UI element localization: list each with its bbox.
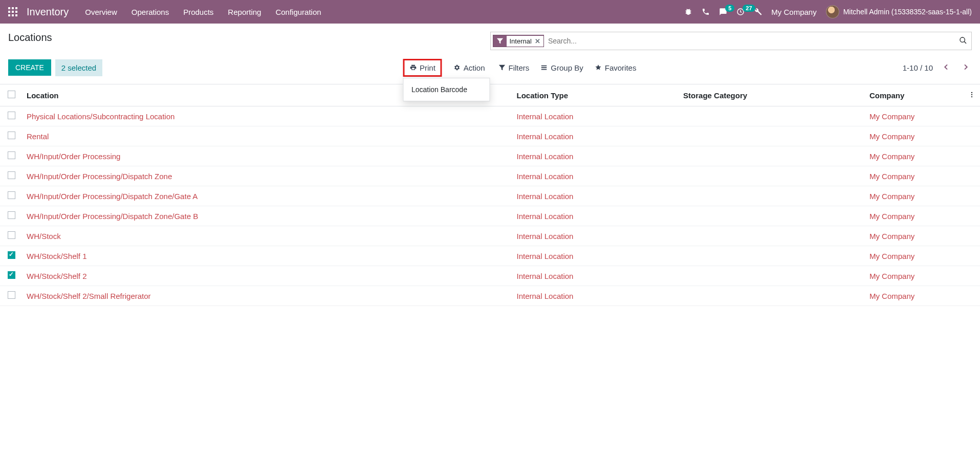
pager-prev[interactable] bbox=[940, 61, 952, 75]
row-checkbox[interactable] bbox=[8, 291, 15, 299]
cell-location[interactable]: WH/Input/Order Processing/Dispatch Zone/… bbox=[23, 186, 513, 206]
cell-type[interactable]: Internal Location bbox=[513, 126, 680, 146]
nav-overview[interactable]: Overview bbox=[85, 8, 117, 16]
table-row[interactable]: WH/Input/Order Processing/Dispatch ZoneI… bbox=[0, 166, 980, 186]
nav-reporting[interactable]: Reporting bbox=[228, 8, 261, 16]
cell-company[interactable]: My Company bbox=[865, 266, 964, 286]
favorites-button[interactable]: Favorites bbox=[595, 63, 637, 72]
search-bar[interactable]: Internal ✕ bbox=[490, 32, 972, 50]
table-row[interactable]: WH/Input/Order Processing/Dispatch Zone/… bbox=[0, 186, 980, 206]
row-checkbox[interactable] bbox=[8, 231, 15, 239]
table-row[interactable]: WH/Input/Order ProcessingInternal Locati… bbox=[0, 146, 980, 166]
cell-company[interactable]: My Company bbox=[865, 186, 964, 206]
cell-storage[interactable] bbox=[679, 206, 865, 226]
table-row[interactable]: WH/StockInternal LocationMy Company bbox=[0, 226, 980, 246]
cell-storage[interactable] bbox=[679, 166, 865, 186]
cell-company[interactable]: My Company bbox=[865, 166, 964, 186]
tools-icon[interactable] bbox=[754, 8, 762, 16]
row-checkbox[interactable] bbox=[8, 191, 15, 199]
pager-range[interactable]: 1-10 / 10 bbox=[903, 63, 933, 72]
cell-type[interactable]: Internal Location bbox=[513, 106, 680, 126]
cell-location[interactable]: WH/Stock/Shelf 2/Small Refrigerator bbox=[23, 286, 513, 306]
row-checkbox[interactable] bbox=[8, 251, 15, 259]
svg-point-10 bbox=[960, 37, 965, 42]
select-all-checkbox[interactable] bbox=[8, 91, 15, 98]
row-checkbox[interactable] bbox=[8, 112, 15, 119]
row-checkbox[interactable] bbox=[8, 271, 15, 279]
company-selector[interactable]: My Company bbox=[771, 8, 816, 16]
nav-operations[interactable]: Operations bbox=[132, 8, 169, 16]
header-company[interactable]: Company bbox=[865, 84, 964, 106]
cell-company[interactable]: My Company bbox=[865, 226, 964, 246]
bug-icon[interactable] bbox=[684, 8, 692, 16]
create-button[interactable]: Create bbox=[8, 59, 51, 76]
selection-count[interactable]: 2 selected bbox=[55, 59, 102, 76]
cell-storage[interactable] bbox=[679, 186, 865, 206]
cell-type[interactable]: Internal Location bbox=[513, 206, 680, 226]
row-checkbox[interactable] bbox=[8, 171, 15, 179]
messages-icon[interactable]: 5 bbox=[719, 8, 727, 16]
nav-products[interactable]: Products bbox=[183, 8, 213, 16]
cell-type[interactable]: Internal Location bbox=[513, 266, 680, 286]
groupby-label: Group By bbox=[551, 63, 583, 72]
phone-icon[interactable] bbox=[702, 8, 710, 16]
row-checkbox[interactable] bbox=[8, 211, 15, 219]
cell-storage[interactable] bbox=[679, 286, 865, 306]
facet-remove[interactable]: ✕ bbox=[535, 37, 540, 45]
cell-location[interactable]: Physical Locations/Subcontracting Locati… bbox=[23, 106, 513, 126]
print-item-location-barcode[interactable]: Location Barcode bbox=[403, 81, 489, 98]
cell-type[interactable]: Internal Location bbox=[513, 226, 680, 246]
row-checkbox[interactable] bbox=[8, 151, 15, 159]
print-dropdown-menu: Location Barcode bbox=[403, 78, 490, 101]
cell-location[interactable]: WH/Input/Order Processing/Dispatch Zone bbox=[23, 166, 513, 186]
cell-company[interactable]: My Company bbox=[865, 246, 964, 266]
table-row[interactable]: WH/Stock/Shelf 2Internal LocationMy Comp… bbox=[0, 266, 980, 286]
cell-type[interactable]: Internal Location bbox=[513, 286, 680, 306]
header-options[interactable] bbox=[964, 84, 980, 106]
groupby-button[interactable]: Group By bbox=[540, 63, 583, 72]
cell-type[interactable]: Internal Location bbox=[513, 246, 680, 266]
cell-company[interactable]: My Company bbox=[865, 206, 964, 226]
header-checkbox-cell bbox=[0, 84, 23, 106]
cell-location[interactable]: WH/Input/Order Processing/Dispatch Zone/… bbox=[23, 206, 513, 226]
cell-storage[interactable] bbox=[679, 226, 865, 246]
cell-company[interactable]: My Company bbox=[865, 106, 964, 126]
header-storage[interactable]: Storage Category bbox=[679, 84, 865, 106]
cell-type[interactable]: Internal Location bbox=[513, 146, 680, 166]
app-brand[interactable]: Inventory bbox=[27, 6, 69, 18]
nav-configuration[interactable]: Configuration bbox=[275, 8, 321, 16]
print-button[interactable]: Print bbox=[403, 59, 442, 77]
cell-company[interactable]: My Company bbox=[865, 146, 964, 166]
cell-location[interactable]: Rental bbox=[23, 126, 513, 146]
cell-storage[interactable] bbox=[679, 106, 865, 126]
cell-storage[interactable] bbox=[679, 266, 865, 286]
cell-company[interactable]: My Company bbox=[865, 126, 964, 146]
apps-icon[interactable] bbox=[8, 7, 17, 16]
cell-location[interactable]: WH/Stock bbox=[23, 226, 513, 246]
cell-location[interactable]: WH/Stock/Shelf 1 bbox=[23, 246, 513, 266]
user-menu[interactable]: Mitchell Admin (15338352-saas-15-1-all) bbox=[826, 5, 972, 18]
table-row[interactable]: Physical Locations/Subcontracting Locati… bbox=[0, 106, 980, 126]
row-checkbox[interactable] bbox=[8, 132, 15, 139]
cell-storage[interactable] bbox=[679, 126, 865, 146]
cell-location[interactable]: WH/Input/Order Processing bbox=[23, 146, 513, 166]
cell-type[interactable]: Internal Location bbox=[513, 186, 680, 206]
action-button[interactable]: Action bbox=[448, 60, 490, 75]
search-icon[interactable] bbox=[959, 36, 967, 46]
pager-next[interactable] bbox=[960, 61, 972, 75]
cell-storage[interactable] bbox=[679, 146, 865, 166]
header-type[interactable]: Location Type bbox=[513, 84, 680, 106]
cell-type[interactable]: Internal Location bbox=[513, 166, 680, 186]
cell-company[interactable]: My Company bbox=[865, 286, 964, 306]
search-input[interactable] bbox=[548, 37, 955, 45]
activities-icon[interactable]: 27 bbox=[736, 8, 745, 16]
table-body: Physical Locations/Subcontracting Locati… bbox=[0, 106, 980, 306]
filters-button[interactable]: Filters bbox=[498, 63, 530, 72]
cell-storage[interactable] bbox=[679, 246, 865, 266]
table-row[interactable]: WH/Stock/Shelf 1Internal LocationMy Comp… bbox=[0, 246, 980, 266]
table-row[interactable]: RentalInternal LocationMy Company bbox=[0, 126, 980, 146]
table-row[interactable]: WH/Stock/Shelf 2/Small RefrigeratorInter… bbox=[0, 286, 980, 306]
cell-location[interactable]: WH/Stock/Shelf 2 bbox=[23, 266, 513, 286]
kebab-icon bbox=[968, 91, 975, 98]
table-row[interactable]: WH/Input/Order Processing/Dispatch Zone/… bbox=[0, 206, 980, 226]
